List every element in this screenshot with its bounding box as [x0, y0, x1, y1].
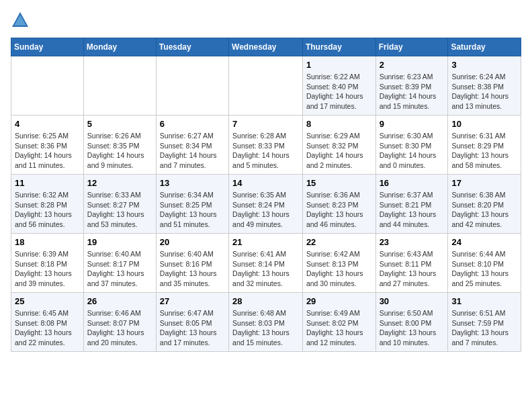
day-info: Sunrise: 6:33 AM Sunset: 8:27 PM Dayligh…	[87, 190, 152, 230]
day-number: 17	[451, 178, 517, 188]
day-number: 20	[160, 237, 225, 247]
day-cell: 22Sunrise: 6:42 AM Sunset: 8:13 PM Dayli…	[302, 234, 375, 293]
day-number: 28	[232, 296, 299, 306]
day-info: Sunrise: 6:26 AM Sunset: 8:35 PM Dayligh…	[87, 131, 152, 171]
day-number: 7	[232, 119, 299, 129]
day-number: 13	[160, 178, 225, 188]
day-cell: 14Sunrise: 6:35 AM Sunset: 8:24 PM Dayli…	[229, 175, 303, 234]
day-cell: 19Sunrise: 6:40 AM Sunset: 8:17 PM Dayli…	[83, 234, 156, 293]
day-number: 23	[380, 237, 445, 247]
header-wednesday: Wednesday	[229, 38, 303, 56]
day-cell: 27Sunrise: 6:47 AM Sunset: 8:05 PM Dayli…	[156, 293, 228, 352]
calendar-table: SundayMondayTuesdayWednesdayThursdayFrid…	[11, 38, 521, 352]
week-row-2: 4Sunrise: 6:25 AM Sunset: 8:36 PM Daylig…	[11, 116, 521, 175]
day-cell: 25Sunrise: 6:45 AM Sunset: 8:08 PM Dayli…	[11, 293, 84, 352]
day-number: 16	[380, 178, 445, 188]
day-cell	[11, 56, 84, 116]
logo	[11, 11, 32, 30]
day-info: Sunrise: 6:24 AM Sunset: 8:38 PM Dayligh…	[451, 72, 517, 111]
day-number: 14	[232, 178, 299, 188]
day-cell: 2Sunrise: 6:23 AM Sunset: 8:39 PM Daylig…	[375, 56, 448, 116]
day-info: Sunrise: 6:39 AM Sunset: 8:18 PM Dayligh…	[15, 249, 80, 289]
day-info: Sunrise: 6:32 AM Sunset: 8:28 PM Dayligh…	[15, 190, 80, 230]
day-info: Sunrise: 6:50 AM Sunset: 8:00 PM Dayligh…	[380, 308, 445, 348]
day-info: Sunrise: 6:47 AM Sunset: 8:05 PM Dayligh…	[160, 308, 225, 348]
day-info: Sunrise: 6:35 AM Sunset: 8:24 PM Dayligh…	[232, 190, 299, 230]
day-number: 31	[451, 296, 517, 306]
day-cell: 24Sunrise: 6:44 AM Sunset: 8:10 PM Dayli…	[448, 234, 521, 293]
day-info: Sunrise: 6:45 AM Sunset: 8:08 PM Dayligh…	[15, 308, 80, 348]
week-row-4: 18Sunrise: 6:39 AM Sunset: 8:18 PM Dayli…	[11, 234, 521, 293]
day-cell: 28Sunrise: 6:48 AM Sunset: 8:03 PM Dayli…	[229, 293, 303, 352]
week-row-5: 25Sunrise: 6:45 AM Sunset: 8:08 PM Dayli…	[11, 293, 521, 352]
day-info: Sunrise: 6:30 AM Sunset: 8:30 PM Dayligh…	[380, 131, 445, 171]
day-number: 19	[87, 237, 152, 247]
day-info: Sunrise: 6:48 AM Sunset: 8:03 PM Dayligh…	[232, 308, 299, 348]
day-number: 3	[451, 60, 517, 70]
week-row-1: 1Sunrise: 6:22 AM Sunset: 8:40 PM Daylig…	[11, 56, 521, 116]
day-cell: 8Sunrise: 6:29 AM Sunset: 8:32 PM Daylig…	[302, 116, 375, 175]
day-info: Sunrise: 6:27 AM Sunset: 8:34 PM Dayligh…	[160, 131, 225, 171]
day-info: Sunrise: 6:44 AM Sunset: 8:10 PM Dayligh…	[451, 249, 517, 289]
logo-icon	[11, 11, 30, 30]
day-number: 21	[232, 237, 299, 247]
day-cell: 30Sunrise: 6:50 AM Sunset: 8:00 PM Dayli…	[375, 293, 448, 352]
day-number: 6	[160, 119, 225, 129]
day-info: Sunrise: 6:36 AM Sunset: 8:23 PM Dayligh…	[306, 190, 372, 230]
header-tuesday: Tuesday	[156, 38, 228, 56]
day-cell: 23Sunrise: 6:43 AM Sunset: 8:11 PM Dayli…	[375, 234, 448, 293]
day-info: Sunrise: 6:22 AM Sunset: 8:40 PM Dayligh…	[306, 72, 372, 111]
day-info: Sunrise: 6:41 AM Sunset: 8:14 PM Dayligh…	[232, 249, 299, 289]
day-cell: 13Sunrise: 6:34 AM Sunset: 8:25 PM Dayli…	[156, 175, 228, 234]
day-cell: 3Sunrise: 6:24 AM Sunset: 8:38 PM Daylig…	[448, 56, 521, 116]
day-info: Sunrise: 6:28 AM Sunset: 8:33 PM Dayligh…	[232, 131, 299, 171]
day-cell: 20Sunrise: 6:40 AM Sunset: 8:16 PM Dayli…	[156, 234, 228, 293]
day-cell: 18Sunrise: 6:39 AM Sunset: 8:18 PM Dayli…	[11, 234, 84, 293]
day-cell: 1Sunrise: 6:22 AM Sunset: 8:40 PM Daylig…	[302, 56, 375, 116]
day-number: 10	[451, 119, 517, 129]
day-number: 11	[15, 178, 80, 188]
day-number: 30	[380, 296, 445, 306]
day-cell: 29Sunrise: 6:49 AM Sunset: 8:02 PM Dayli…	[302, 293, 375, 352]
day-number: 25	[15, 296, 80, 306]
day-cell: 5Sunrise: 6:26 AM Sunset: 8:35 PM Daylig…	[83, 116, 156, 175]
day-number: 5	[87, 119, 152, 129]
day-cell: 12Sunrise: 6:33 AM Sunset: 8:27 PM Dayli…	[83, 175, 156, 234]
day-cell: 31Sunrise: 6:51 AM Sunset: 7:59 PM Dayli…	[448, 293, 521, 352]
header-saturday: Saturday	[448, 38, 521, 56]
day-info: Sunrise: 6:49 AM Sunset: 8:02 PM Dayligh…	[306, 308, 372, 348]
day-info: Sunrise: 6:37 AM Sunset: 8:21 PM Dayligh…	[380, 190, 445, 230]
day-cell	[156, 56, 228, 116]
day-info: Sunrise: 6:40 AM Sunset: 8:17 PM Dayligh…	[87, 249, 152, 289]
day-cell: 17Sunrise: 6:38 AM Sunset: 8:20 PM Dayli…	[448, 175, 521, 234]
day-number: 12	[87, 178, 152, 188]
day-info: Sunrise: 6:25 AM Sunset: 8:36 PM Dayligh…	[15, 131, 80, 171]
day-cell: 16Sunrise: 6:37 AM Sunset: 8:21 PM Dayli…	[375, 175, 448, 234]
day-number: 26	[87, 296, 152, 306]
day-info: Sunrise: 6:29 AM Sunset: 8:32 PM Dayligh…	[306, 131, 372, 171]
day-info: Sunrise: 6:42 AM Sunset: 8:13 PM Dayligh…	[306, 249, 372, 289]
day-info: Sunrise: 6:31 AM Sunset: 8:29 PM Dayligh…	[451, 131, 517, 171]
day-number: 15	[306, 178, 372, 188]
day-cell	[83, 56, 156, 116]
day-info: Sunrise: 6:51 AM Sunset: 7:59 PM Dayligh…	[451, 308, 517, 348]
day-info: Sunrise: 6:38 AM Sunset: 8:20 PM Dayligh…	[451, 190, 517, 230]
day-cell: 10Sunrise: 6:31 AM Sunset: 8:29 PM Dayli…	[448, 116, 521, 175]
day-number: 1	[306, 60, 372, 70]
day-cell: 7Sunrise: 6:28 AM Sunset: 8:33 PM Daylig…	[229, 116, 303, 175]
day-info: Sunrise: 6:46 AM Sunset: 8:07 PM Dayligh…	[87, 308, 152, 348]
week-row-3: 11Sunrise: 6:32 AM Sunset: 8:28 PM Dayli…	[11, 175, 521, 234]
day-cell: 9Sunrise: 6:30 AM Sunset: 8:30 PM Daylig…	[375, 116, 448, 175]
day-cell: 6Sunrise: 6:27 AM Sunset: 8:34 PM Daylig…	[156, 116, 228, 175]
days-header-row: SundayMondayTuesdayWednesdayThursdayFrid…	[11, 38, 521, 56]
day-number: 9	[380, 119, 445, 129]
day-number: 22	[306, 237, 372, 247]
day-number: 24	[451, 237, 517, 247]
day-number: 4	[15, 119, 80, 129]
day-number: 2	[380, 60, 445, 70]
day-cell: 21Sunrise: 6:41 AM Sunset: 8:14 PM Dayli…	[229, 234, 303, 293]
day-cell: 26Sunrise: 6:46 AM Sunset: 8:07 PM Dayli…	[83, 293, 156, 352]
day-cell: 4Sunrise: 6:25 AM Sunset: 8:36 PM Daylig…	[11, 116, 84, 175]
header-monday: Monday	[83, 38, 156, 56]
day-cell: 11Sunrise: 6:32 AM Sunset: 8:28 PM Dayli…	[11, 175, 84, 234]
